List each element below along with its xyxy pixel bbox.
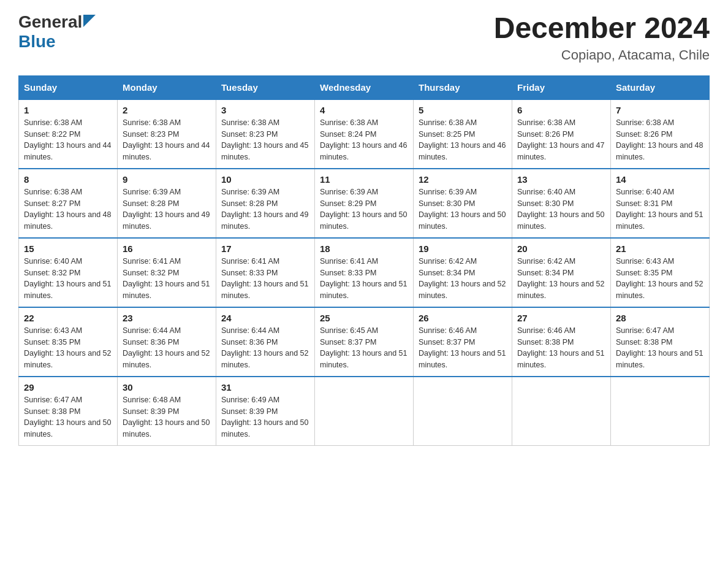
calendar-cell: 4 Sunrise: 6:38 AM Sunset: 8:24 PM Dayli… — [315, 99, 414, 169]
day-number: 5 — [419, 105, 507, 115]
weekday-header-monday: Monday — [118, 75, 216, 99]
day-info: Sunrise: 6:46 AM Sunset: 8:38 PM Dayligh… — [517, 325, 605, 371]
calendar-cell: 12 Sunrise: 6:39 AM Sunset: 8:30 PM Dayl… — [414, 169, 512, 238]
calendar-header-row: SundayMondayTuesdayWednesdayThursdayFrid… — [19, 75, 710, 99]
day-info: Sunrise: 6:38 AM Sunset: 8:22 PM Dayligh… — [24, 117, 112, 163]
day-info: Sunrise: 6:41 AM Sunset: 8:33 PM Dayligh… — [221, 256, 309, 302]
day-info: Sunrise: 6:38 AM Sunset: 8:23 PM Dayligh… — [123, 117, 211, 163]
calendar-cell: 9 Sunrise: 6:39 AM Sunset: 8:28 PM Dayli… — [118, 169, 216, 238]
svg-marker-0 — [83, 15, 96, 27]
day-number: 26 — [419, 313, 507, 323]
calendar-cell: 1 Sunrise: 6:38 AM Sunset: 8:22 PM Dayli… — [19, 99, 118, 169]
calendar-cell: 21 Sunrise: 6:43 AM Sunset: 8:35 PM Dayl… — [611, 238, 710, 307]
day-number: 20 — [517, 243, 605, 254]
day-info: Sunrise: 6:39 AM Sunset: 8:30 PM Dayligh… — [419, 186, 507, 232]
day-number: 15 — [24, 243, 112, 254]
calendar-cell: 19 Sunrise: 6:42 AM Sunset: 8:34 PM Dayl… — [414, 238, 512, 307]
day-info: Sunrise: 6:38 AM Sunset: 8:25 PM Dayligh… — [419, 117, 507, 163]
calendar-week-row: 8 Sunrise: 6:38 AM Sunset: 8:27 PM Dayli… — [19, 169, 710, 238]
day-info: Sunrise: 6:47 AM Sunset: 8:38 PM Dayligh… — [616, 325, 704, 371]
day-info: Sunrise: 6:45 AM Sunset: 8:37 PM Dayligh… — [320, 325, 408, 371]
calendar-cell: 20 Sunrise: 6:42 AM Sunset: 8:34 PM Dayl… — [512, 238, 611, 307]
page-header: General Blue December 2024 Copiapo, Atac… — [18, 12, 710, 63]
calendar-cell: 30 Sunrise: 6:48 AM Sunset: 8:39 PM Dayl… — [118, 377, 216, 446]
calendar-cell: 31 Sunrise: 6:49 AM Sunset: 8:39 PM Dayl… — [216, 377, 315, 446]
day-info: Sunrise: 6:41 AM Sunset: 8:32 PM Dayligh… — [123, 256, 211, 302]
calendar-cell: 3 Sunrise: 6:38 AM Sunset: 8:23 PM Dayli… — [216, 99, 315, 169]
day-number: 18 — [320, 243, 408, 254]
day-info: Sunrise: 6:47 AM Sunset: 8:38 PM Dayligh… — [24, 394, 112, 440]
calendar-table: SundayMondayTuesdayWednesdayThursdayFrid… — [18, 75, 710, 446]
day-info: Sunrise: 6:38 AM Sunset: 8:27 PM Dayligh… — [24, 186, 112, 232]
day-info: Sunrise: 6:42 AM Sunset: 8:34 PM Dayligh… — [517, 256, 605, 302]
calendar-cell: 28 Sunrise: 6:47 AM Sunset: 8:38 PM Dayl… — [611, 307, 710, 377]
day-info: Sunrise: 6:46 AM Sunset: 8:37 PM Dayligh… — [419, 325, 507, 371]
day-info: Sunrise: 6:40 AM Sunset: 8:30 PM Dayligh… — [517, 186, 605, 232]
calendar-cell: 23 Sunrise: 6:44 AM Sunset: 8:36 PM Dayl… — [118, 307, 216, 377]
day-number: 11 — [320, 174, 408, 185]
calendar-cell: 17 Sunrise: 6:41 AM Sunset: 8:33 PM Dayl… — [216, 238, 315, 307]
day-number: 29 — [24, 382, 112, 393]
day-number: 7 — [616, 105, 704, 115]
calendar-cell: 27 Sunrise: 6:46 AM Sunset: 8:38 PM Dayl… — [512, 307, 611, 377]
calendar-cell — [512, 377, 611, 446]
day-number: 1 — [24, 105, 112, 115]
title-block: December 2024 Copiapo, Atacama, Chile — [494, 12, 710, 63]
calendar-cell: 14 Sunrise: 6:40 AM Sunset: 8:31 PM Dayl… — [611, 169, 710, 238]
day-number: 24 — [221, 313, 309, 323]
day-info: Sunrise: 6:38 AM Sunset: 8:23 PM Dayligh… — [221, 117, 309, 163]
day-number: 3 — [221, 105, 309, 115]
weekday-header-saturday: Saturday — [611, 75, 710, 99]
weekday-header-friday: Friday — [512, 75, 611, 99]
day-number: 28 — [616, 313, 704, 323]
calendar-cell — [611, 377, 710, 446]
day-info: Sunrise: 6:44 AM Sunset: 8:36 PM Dayligh… — [221, 325, 309, 371]
day-info: Sunrise: 6:42 AM Sunset: 8:34 PM Dayligh… — [419, 256, 507, 302]
day-number: 22 — [24, 313, 112, 323]
day-info: Sunrise: 6:40 AM Sunset: 8:31 PM Dayligh… — [616, 186, 704, 232]
month-title: December 2024 — [494, 12, 710, 45]
calendar-week-row: 29 Sunrise: 6:47 AM Sunset: 8:38 PM Dayl… — [19, 377, 710, 446]
weekday-header-sunday: Sunday — [19, 75, 118, 99]
day-number: 6 — [517, 105, 605, 115]
calendar-cell: 18 Sunrise: 6:41 AM Sunset: 8:33 PM Dayl… — [315, 238, 414, 307]
day-number: 17 — [221, 243, 309, 254]
calendar-cell — [315, 377, 414, 446]
calendar-cell: 6 Sunrise: 6:38 AM Sunset: 8:26 PM Dayli… — [512, 99, 611, 169]
calendar-cell: 22 Sunrise: 6:43 AM Sunset: 8:35 PM Dayl… — [19, 307, 118, 377]
logo-blue-text: Blue — [18, 32, 56, 51]
day-number: 10 — [221, 174, 309, 185]
day-number: 27 — [517, 313, 605, 323]
calendar-cell: 13 Sunrise: 6:40 AM Sunset: 8:30 PM Dayl… — [512, 169, 611, 238]
calendar-cell: 26 Sunrise: 6:46 AM Sunset: 8:37 PM Dayl… — [414, 307, 512, 377]
day-info: Sunrise: 6:41 AM Sunset: 8:33 PM Dayligh… — [320, 256, 408, 302]
calendar-week-row: 1 Sunrise: 6:38 AM Sunset: 8:22 PM Dayli… — [19, 99, 710, 169]
day-info: Sunrise: 6:39 AM Sunset: 8:29 PM Dayligh… — [320, 186, 408, 232]
calendar-cell: 5 Sunrise: 6:38 AM Sunset: 8:25 PM Dayli… — [414, 99, 512, 169]
day-info: Sunrise: 6:40 AM Sunset: 8:32 PM Dayligh… — [24, 256, 112, 302]
calendar-cell: 16 Sunrise: 6:41 AM Sunset: 8:32 PM Dayl… — [118, 238, 216, 307]
logo-triangle-icon — [83, 15, 96, 27]
calendar-cell: 29 Sunrise: 6:47 AM Sunset: 8:38 PM Dayl… — [19, 377, 118, 446]
calendar-cell: 24 Sunrise: 6:44 AM Sunset: 8:36 PM Dayl… — [216, 307, 315, 377]
calendar-cell: 11 Sunrise: 6:39 AM Sunset: 8:29 PM Dayl… — [315, 169, 414, 238]
day-number: 30 — [123, 382, 211, 393]
day-info: Sunrise: 6:38 AM Sunset: 8:26 PM Dayligh… — [616, 117, 704, 163]
weekday-header-tuesday: Tuesday — [216, 75, 315, 99]
location-title: Copiapo, Atacama, Chile — [494, 47, 710, 63]
calendar-cell — [414, 377, 512, 446]
calendar-cell: 7 Sunrise: 6:38 AM Sunset: 8:26 PM Dayli… — [611, 99, 710, 169]
weekday-header-wednesday: Wednesday — [315, 75, 414, 99]
logo: General Blue — [18, 12, 96, 52]
day-info: Sunrise: 6:38 AM Sunset: 8:26 PM Dayligh… — [517, 117, 605, 163]
day-number: 4 — [320, 105, 408, 115]
day-number: 9 — [123, 174, 211, 185]
day-info: Sunrise: 6:49 AM Sunset: 8:39 PM Dayligh… — [221, 394, 309, 440]
day-number: 19 — [419, 243, 507, 254]
day-number: 21 — [616, 243, 704, 254]
day-number: 12 — [419, 174, 507, 185]
day-number: 25 — [320, 313, 408, 323]
weekday-header-thursday: Thursday — [414, 75, 512, 99]
calendar-week-row: 22 Sunrise: 6:43 AM Sunset: 8:35 PM Dayl… — [19, 307, 710, 377]
calendar-cell: 25 Sunrise: 6:45 AM Sunset: 8:37 PM Dayl… — [315, 307, 414, 377]
